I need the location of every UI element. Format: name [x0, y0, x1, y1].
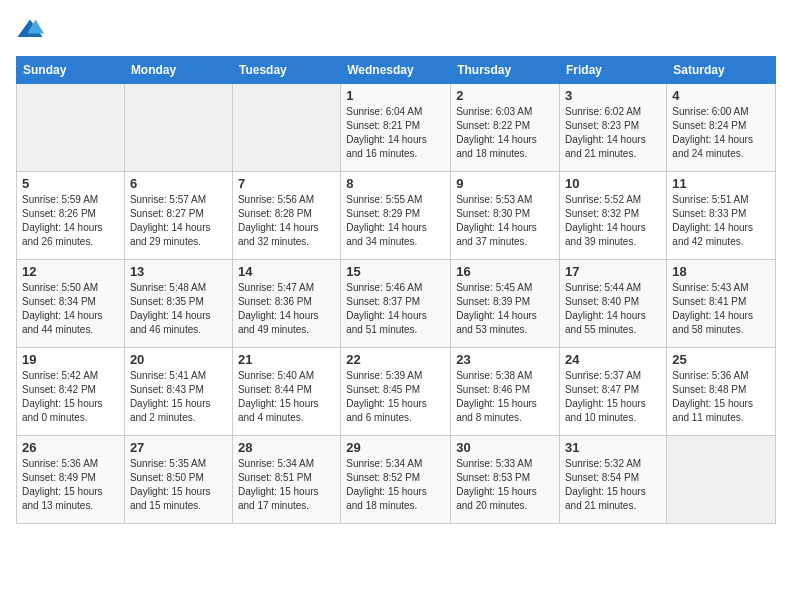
day-info: Sunrise: 5:36 AMSunset: 8:49 PMDaylight:… [22, 457, 119, 513]
day-number: 13 [130, 264, 227, 279]
header-monday: Monday [124, 57, 232, 84]
day-number: 4 [672, 88, 770, 103]
day-number: 24 [565, 352, 661, 367]
calendar-week-2: 5Sunrise: 5:59 AMSunset: 8:26 PMDaylight… [17, 172, 776, 260]
calendar-cell: 4Sunrise: 6:00 AMSunset: 8:24 PMDaylight… [667, 84, 776, 172]
day-number: 19 [22, 352, 119, 367]
calendar-table: SundayMondayTuesdayWednesdayThursdayFrid… [16, 56, 776, 524]
day-info: Sunrise: 5:48 AMSunset: 8:35 PMDaylight:… [130, 281, 227, 337]
calendar-cell: 14Sunrise: 5:47 AMSunset: 8:36 PMDayligh… [232, 260, 340, 348]
calendar-cell: 8Sunrise: 5:55 AMSunset: 8:29 PMDaylight… [341, 172, 451, 260]
day-info: Sunrise: 5:47 AMSunset: 8:36 PMDaylight:… [238, 281, 335, 337]
day-info: Sunrise: 5:51 AMSunset: 8:33 PMDaylight:… [672, 193, 770, 249]
day-number: 5 [22, 176, 119, 191]
day-info: Sunrise: 5:56 AMSunset: 8:28 PMDaylight:… [238, 193, 335, 249]
calendar-cell: 24Sunrise: 5:37 AMSunset: 8:47 PMDayligh… [560, 348, 667, 436]
calendar-week-5: 26Sunrise: 5:36 AMSunset: 8:49 PMDayligh… [17, 436, 776, 524]
calendar-week-3: 12Sunrise: 5:50 AMSunset: 8:34 PMDayligh… [17, 260, 776, 348]
calendar-cell: 7Sunrise: 5:56 AMSunset: 8:28 PMDaylight… [232, 172, 340, 260]
calendar-cell: 23Sunrise: 5:38 AMSunset: 8:46 PMDayligh… [451, 348, 560, 436]
calendar-cell: 5Sunrise: 5:59 AMSunset: 8:26 PMDaylight… [17, 172, 125, 260]
day-number: 27 [130, 440, 227, 455]
day-info: Sunrise: 5:32 AMSunset: 8:54 PMDaylight:… [565, 457, 661, 513]
day-number: 22 [346, 352, 445, 367]
day-info: Sunrise: 6:03 AMSunset: 8:22 PMDaylight:… [456, 105, 554, 161]
calendar-cell: 26Sunrise: 5:36 AMSunset: 8:49 PMDayligh… [17, 436, 125, 524]
day-number: 30 [456, 440, 554, 455]
day-info: Sunrise: 6:02 AMSunset: 8:23 PMDaylight:… [565, 105, 661, 161]
calendar-cell: 17Sunrise: 5:44 AMSunset: 8:40 PMDayligh… [560, 260, 667, 348]
calendar-cell: 28Sunrise: 5:34 AMSunset: 8:51 PMDayligh… [232, 436, 340, 524]
day-number: 2 [456, 88, 554, 103]
day-info: Sunrise: 5:36 AMSunset: 8:48 PMDaylight:… [672, 369, 770, 425]
logo-icon [16, 16, 44, 44]
day-info: Sunrise: 5:50 AMSunset: 8:34 PMDaylight:… [22, 281, 119, 337]
day-number: 3 [565, 88, 661, 103]
calendar-cell: 18Sunrise: 5:43 AMSunset: 8:41 PMDayligh… [667, 260, 776, 348]
day-number: 17 [565, 264, 661, 279]
day-info: Sunrise: 6:00 AMSunset: 8:24 PMDaylight:… [672, 105, 770, 161]
day-info: Sunrise: 5:55 AMSunset: 8:29 PMDaylight:… [346, 193, 445, 249]
calendar-cell: 16Sunrise: 5:45 AMSunset: 8:39 PMDayligh… [451, 260, 560, 348]
calendar-cell: 11Sunrise: 5:51 AMSunset: 8:33 PMDayligh… [667, 172, 776, 260]
day-info: Sunrise: 5:57 AMSunset: 8:27 PMDaylight:… [130, 193, 227, 249]
day-number: 11 [672, 176, 770, 191]
day-number: 1 [346, 88, 445, 103]
day-info: Sunrise: 5:44 AMSunset: 8:40 PMDaylight:… [565, 281, 661, 337]
day-number: 28 [238, 440, 335, 455]
day-info: Sunrise: 5:59 AMSunset: 8:26 PMDaylight:… [22, 193, 119, 249]
day-info: Sunrise: 5:33 AMSunset: 8:53 PMDaylight:… [456, 457, 554, 513]
day-number: 25 [672, 352, 770, 367]
calendar-cell: 29Sunrise: 5:34 AMSunset: 8:52 PMDayligh… [341, 436, 451, 524]
header-friday: Friday [560, 57, 667, 84]
calendar-header-row: SundayMondayTuesdayWednesdayThursdayFrid… [17, 57, 776, 84]
calendar-cell: 13Sunrise: 5:48 AMSunset: 8:35 PMDayligh… [124, 260, 232, 348]
day-number: 15 [346, 264, 445, 279]
calendar-cell: 20Sunrise: 5:41 AMSunset: 8:43 PMDayligh… [124, 348, 232, 436]
logo [16, 16, 48, 44]
day-number: 12 [22, 264, 119, 279]
day-info: Sunrise: 5:39 AMSunset: 8:45 PMDaylight:… [346, 369, 445, 425]
calendar-cell: 3Sunrise: 6:02 AMSunset: 8:23 PMDaylight… [560, 84, 667, 172]
calendar-week-4: 19Sunrise: 5:42 AMSunset: 8:42 PMDayligh… [17, 348, 776, 436]
header-wednesday: Wednesday [341, 57, 451, 84]
day-number: 16 [456, 264, 554, 279]
day-number: 8 [346, 176, 445, 191]
calendar-cell: 30Sunrise: 5:33 AMSunset: 8:53 PMDayligh… [451, 436, 560, 524]
day-info: Sunrise: 5:37 AMSunset: 8:47 PMDaylight:… [565, 369, 661, 425]
header-saturday: Saturday [667, 57, 776, 84]
day-info: Sunrise: 5:53 AMSunset: 8:30 PMDaylight:… [456, 193, 554, 249]
calendar-cell: 10Sunrise: 5:52 AMSunset: 8:32 PMDayligh… [560, 172, 667, 260]
calendar-cell: 22Sunrise: 5:39 AMSunset: 8:45 PMDayligh… [341, 348, 451, 436]
day-info: Sunrise: 6:04 AMSunset: 8:21 PMDaylight:… [346, 105, 445, 161]
calendar-cell: 9Sunrise: 5:53 AMSunset: 8:30 PMDaylight… [451, 172, 560, 260]
day-info: Sunrise: 5:52 AMSunset: 8:32 PMDaylight:… [565, 193, 661, 249]
calendar-cell [17, 84, 125, 172]
day-info: Sunrise: 5:43 AMSunset: 8:41 PMDaylight:… [672, 281, 770, 337]
header-tuesday: Tuesday [232, 57, 340, 84]
day-number: 10 [565, 176, 661, 191]
day-info: Sunrise: 5:42 AMSunset: 8:42 PMDaylight:… [22, 369, 119, 425]
day-info: Sunrise: 5:35 AMSunset: 8:50 PMDaylight:… [130, 457, 227, 513]
day-number: 18 [672, 264, 770, 279]
day-info: Sunrise: 5:45 AMSunset: 8:39 PMDaylight:… [456, 281, 554, 337]
day-number: 26 [22, 440, 119, 455]
calendar-cell [232, 84, 340, 172]
day-number: 21 [238, 352, 335, 367]
day-info: Sunrise: 5:34 AMSunset: 8:52 PMDaylight:… [346, 457, 445, 513]
calendar-cell: 31Sunrise: 5:32 AMSunset: 8:54 PMDayligh… [560, 436, 667, 524]
day-number: 9 [456, 176, 554, 191]
calendar-cell [124, 84, 232, 172]
calendar-cell: 25Sunrise: 5:36 AMSunset: 8:48 PMDayligh… [667, 348, 776, 436]
day-info: Sunrise: 5:41 AMSunset: 8:43 PMDaylight:… [130, 369, 227, 425]
calendar-cell [667, 436, 776, 524]
day-number: 7 [238, 176, 335, 191]
day-info: Sunrise: 5:40 AMSunset: 8:44 PMDaylight:… [238, 369, 335, 425]
calendar-cell: 12Sunrise: 5:50 AMSunset: 8:34 PMDayligh… [17, 260, 125, 348]
day-info: Sunrise: 5:38 AMSunset: 8:46 PMDaylight:… [456, 369, 554, 425]
day-number: 6 [130, 176, 227, 191]
day-number: 23 [456, 352, 554, 367]
header-thursday: Thursday [451, 57, 560, 84]
calendar-cell: 6Sunrise: 5:57 AMSunset: 8:27 PMDaylight… [124, 172, 232, 260]
calendar-cell: 15Sunrise: 5:46 AMSunset: 8:37 PMDayligh… [341, 260, 451, 348]
